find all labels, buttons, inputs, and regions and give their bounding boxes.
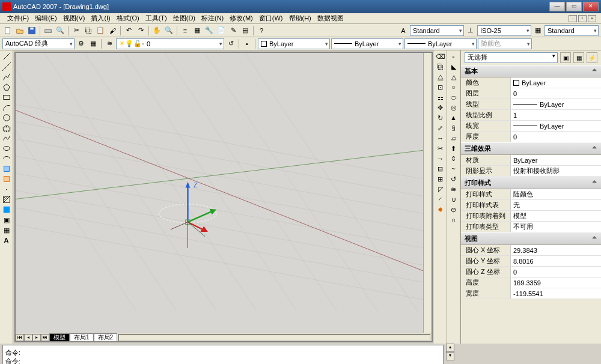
pickadd-icon[interactable]: ▣ — [560, 52, 571, 63]
markup-icon[interactable]: ✎ — [228, 25, 239, 36]
prop-shadow-value[interactable]: 投射和接收阴影 — [510, 166, 601, 176]
new-icon[interactable] — [2, 25, 13, 36]
selection-combo[interactable]: 无选择 — [465, 52, 558, 63]
workspace-settings-icon[interactable]: ⚙ — [76, 38, 87, 49]
props-icon[interactable]: ≡ — [180, 25, 191, 36]
maximize-button[interactable]: ▭ — [566, 2, 582, 11]
sheet-icon[interactable]: 📄 — [216, 25, 227, 36]
menu-draw[interactable]: 绘图(D) — [171, 13, 198, 23]
table-draw-icon[interactable]: ▦ — [1, 225, 12, 235]
revcloud-icon[interactable] — [1, 123, 12, 133]
prop-cy-value[interactable]: 8.8016 — [510, 256, 601, 266]
preview-icon[interactable]: 🔍 — [55, 25, 66, 36]
doc-minimize[interactable]: - — [569, 15, 577, 22]
gradient-icon[interactable] — [1, 205, 12, 214]
calc-icon[interactable]: ▤ — [240, 25, 251, 36]
dim-icon[interactable]: ⊥ — [465, 25, 476, 36]
torus-icon[interactable]: ◎ — [448, 103, 459, 112]
xline-icon[interactable] — [1, 62, 12, 71]
layer-combo[interactable]: ☀💡🔓▫ 0 — [116, 38, 224, 49]
move-icon[interactable]: ✥ — [435, 103, 446, 112]
subtract-icon[interactable]: ⊖ — [448, 205, 459, 214]
prop-pst-value[interactable]: 无 — [510, 200, 601, 210]
menu-edit[interactable]: 编辑(E) — [32, 13, 59, 23]
prop-ps-value[interactable]: 随颜色 — [510, 189, 601, 199]
fillet-icon[interactable]: ◜ — [435, 195, 446, 204]
menu-dim[interactable]: 标注(N) — [199, 13, 226, 23]
section-plot[interactable]: 打印样式⏶ — [461, 177, 601, 189]
union-icon[interactable]: ∪ — [448, 195, 459, 204]
presspull-icon[interactable]: ⇕ — [448, 154, 459, 163]
loft-icon[interactable]: ≋ — [448, 184, 459, 194]
tab-next[interactable]: ▸ — [32, 334, 41, 341]
paste-icon[interactable]: 📋 — [95, 25, 106, 36]
polygon-icon[interactable] — [1, 82, 12, 92]
planar-icon[interactable]: ▱ — [448, 133, 459, 143]
tab-model[interactable]: 模型 — [49, 333, 70, 342]
prop-w-value[interactable]: -119.5541 — [510, 288, 601, 299]
helix-icon[interactable]: § — [448, 123, 459, 133]
pline-icon[interactable] — [1, 72, 12, 82]
rotate-icon[interactable]: ↻ — [435, 113, 446, 123]
command-window[interactable]: 命令: 命令: — [2, 345, 444, 364]
menu-view[interactable]: 视图(V) — [61, 13, 88, 23]
workspace-save-icon[interactable]: ▦ — [88, 38, 99, 49]
sweep-icon[interactable]: ~ — [448, 164, 459, 174]
cut-icon[interactable]: ✂ — [71, 25, 82, 36]
redo-icon[interactable]: ↷ — [135, 25, 146, 36]
section-basic[interactable]: 基本⏶ — [461, 65, 601, 77]
prop-lscale-value[interactable]: 1 — [510, 110, 601, 120]
extend-icon[interactable]: → — [435, 154, 446, 163]
sphere-icon[interactable]: ○ — [448, 82, 459, 92]
undo-icon[interactable]: ↶ — [123, 25, 134, 36]
style-icon[interactable]: A — [398, 25, 409, 36]
select-obj-icon[interactable]: ▦ — [573, 52, 584, 63]
break-icon[interactable]: ⊟ — [435, 164, 446, 174]
spline-icon[interactable] — [1, 133, 12, 143]
region-icon[interactable]: ▣ — [1, 215, 12, 225]
prop-color-value[interactable]: ByLayer — [510, 77, 601, 88]
offset-icon[interactable]: ⊡ — [435, 82, 446, 92]
cylinder-icon[interactable]: ⬭ — [448, 93, 459, 102]
prop-layer-value[interactable]: 0 — [510, 88, 601, 99]
trim-icon[interactable]: ✂ — [435, 144, 446, 153]
menu-help[interactable]: 帮助(H) — [287, 13, 314, 23]
match-icon[interactable]: 🖌 — [107, 25, 118, 36]
design-icon[interactable]: ▦ — [192, 25, 203, 36]
point-icon[interactable]: · — [1, 184, 12, 194]
wedge-icon[interactable]: ◣ — [448, 62, 459, 71]
text-style-combo[interactable]: Standard — [410, 25, 464, 36]
color-combo[interactable]: ByLayer — [258, 38, 330, 49]
workspace-combo[interactable]: AutoCAD 经典 — [2, 38, 75, 49]
menu-modify[interactable]: 修改(M) — [227, 13, 255, 23]
menu-tools[interactable]: 工具(T) — [143, 13, 169, 23]
layer-state-icon[interactable]: ▪ — [242, 38, 252, 49]
ellipse-icon[interactable] — [1, 144, 12, 153]
table-style-combo[interactable]: Standard — [545, 25, 599, 36]
horizontal-scrollbar[interactable] — [118, 334, 430, 341]
open-icon[interactable] — [14, 25, 25, 36]
menu-insert[interactable]: 插入(I) — [88, 13, 112, 23]
vertical-scrollbar[interactable] — [423, 53, 432, 333]
line-icon[interactable] — [1, 52, 12, 61]
menu-file[interactable]: 文件(F) — [5, 13, 31, 23]
plotstyle-combo[interactable]: 随颜色 — [478, 38, 532, 49]
tab-prev[interactable]: ◂ — [24, 334, 32, 341]
section-view[interactable]: 视图⏶ — [461, 232, 601, 245]
help-icon[interactable]: ? — [256, 25, 267, 36]
prop-pstype-value[interactable]: 不可用 — [510, 222, 601, 232]
explode-icon[interactable]: ✸ — [435, 205, 446, 214]
copy2-icon[interactable]: ⿻ — [435, 62, 446, 71]
minimize-button[interactable]: — — [549, 2, 565, 11]
ellipse-arc-icon[interactable] — [1, 154, 12, 163]
pan-icon[interactable]: ✋ — [151, 25, 162, 36]
menu-dataview[interactable]: 数据视图 — [315, 13, 346, 23]
prop-lweight-value[interactable]: ByLayer — [510, 121, 601, 131]
arc-icon[interactable] — [1, 103, 12, 112]
layer-props-icon[interactable]: ≋ — [104, 38, 115, 49]
extrude-icon[interactable]: ⬆ — [448, 144, 459, 153]
chamfer-icon[interactable]: ◸ — [435, 184, 446, 194]
rectangle-icon[interactable] — [1, 93, 12, 102]
tab-layout1[interactable]: 布局1 — [70, 333, 94, 342]
mtext-icon[interactable]: A — [1, 235, 12, 245]
